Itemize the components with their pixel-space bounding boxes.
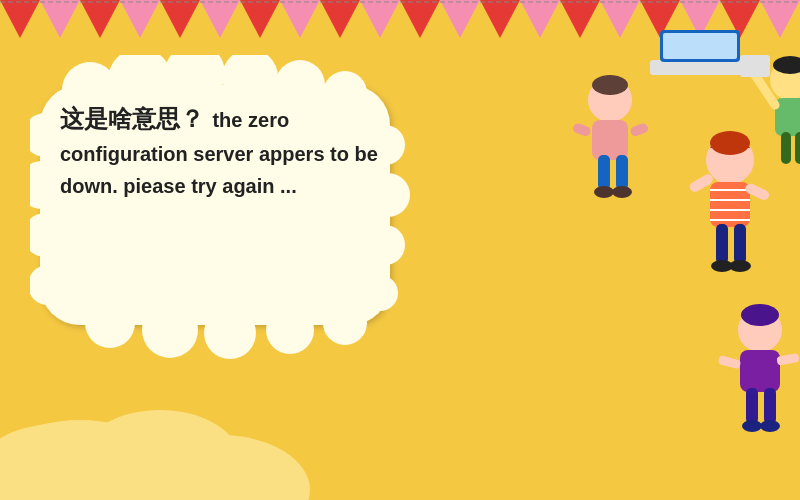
bubble-text: 这是啥意思？ the zero configuration server app…: [60, 100, 380, 202]
svg-rect-55: [572, 122, 592, 138]
svg-point-75: [742, 420, 762, 432]
svg-rect-56: [629, 122, 649, 138]
svg-point-35: [266, 306, 314, 354]
svg-marker-6: [240, 0, 280, 38]
svg-point-34: [204, 307, 256, 359]
svg-marker-7: [280, 0, 320, 38]
svg-rect-45: [650, 60, 750, 75]
svg-rect-47: [663, 33, 737, 59]
svg-marker-2: [80, 0, 120, 38]
svg-marker-3: [120, 0, 160, 38]
svg-marker-9: [360, 0, 400, 38]
svg-rect-73: [746, 388, 758, 424]
svg-point-67: [729, 260, 751, 272]
svg-point-44: [362, 275, 398, 311]
svg-rect-86: [740, 55, 770, 77]
svg-point-49: [592, 75, 628, 95]
svg-rect-65: [734, 224, 746, 264]
chinese-question: 这是啥意思？: [60, 105, 204, 132]
svg-marker-8: [320, 0, 360, 38]
svg-rect-77: [718, 355, 742, 369]
svg-point-33: [142, 302, 198, 358]
svg-marker-1: [40, 0, 80, 38]
svg-rect-72: [740, 350, 780, 392]
svg-point-54: [612, 186, 632, 198]
speech-bubble-container: 这是啥意思？ the zero configuration server app…: [30, 55, 410, 379]
svg-point-32: [85, 298, 135, 348]
svg-rect-50: [592, 120, 628, 160]
svg-rect-78: [776, 353, 799, 366]
svg-point-53: [594, 186, 614, 198]
svg-rect-82: [781, 132, 791, 164]
svg-point-76: [760, 420, 780, 432]
svg-rect-51: [598, 155, 610, 190]
svg-point-71: [741, 304, 779, 326]
people-figures: [420, 0, 800, 500]
svg-marker-4: [160, 0, 200, 38]
svg-point-36: [323, 301, 367, 345]
svg-rect-74: [764, 388, 776, 424]
svg-marker-5: [200, 0, 240, 38]
svg-rect-52: [616, 155, 628, 190]
svg-rect-83: [795, 132, 800, 164]
svg-marker-0: [0, 0, 40, 38]
svg-rect-64: [716, 224, 728, 264]
svg-point-43: [365, 225, 405, 265]
